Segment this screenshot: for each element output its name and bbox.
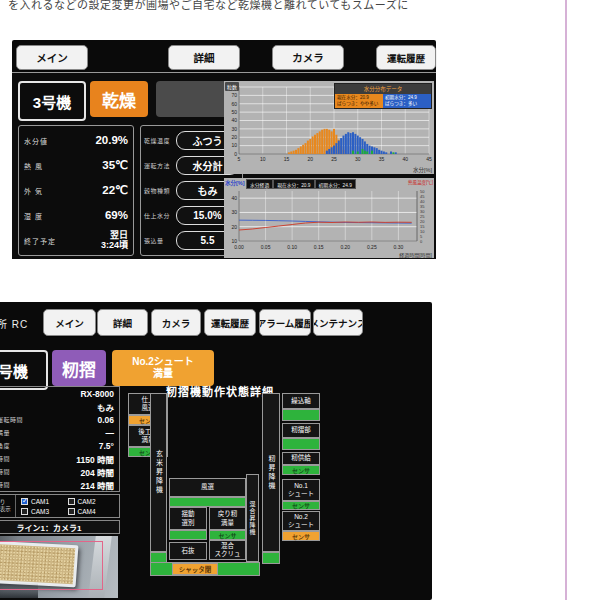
unit-number-badge: 号機 xyxy=(0,350,48,390)
svg-text:10: 10 xyxy=(231,238,237,244)
stat-value: 69% xyxy=(105,209,128,222)
elevator-paddy: 籾昇降機 xyxy=(262,393,280,552)
stat-label: 終了予定 xyxy=(24,236,56,246)
info-value: 1150 時間 xyxy=(76,453,114,465)
tab-alarm-history[interactable]: アラーム履歴 xyxy=(259,309,311,336)
sensor-paddy-supply: センサ xyxy=(282,465,320,475)
info-row-auto-run-time: 自動運転時間 0.06 xyxy=(0,413,119,426)
checkbox-icon[interactable] xyxy=(68,508,75,515)
svg-text:45: 45 xyxy=(426,156,432,162)
svg-text:20: 20 xyxy=(231,224,237,230)
svg-text:30: 30 xyxy=(231,126,237,132)
checkbox-icon[interactable] xyxy=(68,498,75,505)
tab-main[interactable]: メイン xyxy=(43,309,96,336)
stat-hot-air: 熱 風 35℃ xyxy=(24,153,128,178)
dryer-main-area: 3号機 乾燥 水分値 20.9% 熱 風 35℃ 外 気 22℃ 湿 度 69%… xyxy=(12,72,436,259)
svg-text:5: 5 xyxy=(420,234,423,239)
info-row-operating-hours: 稼動時間 204 時間 xyxy=(0,465,119,478)
svg-text:40: 40 xyxy=(420,199,425,204)
trend-header-current: 現在水分：20.9 xyxy=(273,179,314,189)
stat-label: 外 気 xyxy=(24,186,43,196)
svg-text:0.25: 0.25 xyxy=(367,244,377,250)
cell-chute-1: No.1 シュート xyxy=(282,479,320,501)
cell-mix-screw: 混合 スクリュ xyxy=(209,540,246,560)
info-value: 7.5° xyxy=(99,441,114,451)
cell-hulling-section: 籾摺部 xyxy=(282,423,320,438)
svg-text:25: 25 xyxy=(331,156,337,162)
info-row-run-hours: 運転時間 214 時間 xyxy=(0,478,119,491)
cam3-checkbox[interactable]: CAM3 xyxy=(21,508,68,515)
setting-label: 乾燥温度 xyxy=(144,136,174,145)
stat-value: 20.9% xyxy=(95,134,128,147)
svg-text:20: 20 xyxy=(307,156,313,162)
tab-maintenance[interactable]: メンテナンス xyxy=(313,309,363,336)
svg-text:30: 30 xyxy=(420,209,425,214)
sensor-chute-1: センサ xyxy=(282,501,320,510)
empty-status-box xyxy=(156,81,228,117)
shutter-closed-badge: シャッタ閉 xyxy=(172,563,218,575)
setting-label: 穀物種類 xyxy=(144,186,174,195)
legend-title: 水分分布データ xyxy=(335,84,431,94)
setting-label: 運転方法 xyxy=(144,161,174,170)
checkbox-icon[interactable] xyxy=(21,508,28,515)
svg-text:20: 20 xyxy=(420,219,425,224)
checkbox-icon[interactable] xyxy=(21,498,28,505)
trend-header-title: 水分経過 xyxy=(246,179,273,189)
cam-label: CAM2 xyxy=(78,498,96,505)
stat-label: 湿 度 xyxy=(24,211,43,221)
svg-text:30: 30 xyxy=(231,209,237,215)
cell-destoner: 石抜 xyxy=(169,542,207,560)
setting-label: 仕上水分 xyxy=(144,211,174,220)
elevator-brown-rice: 玄米昇降機 xyxy=(150,393,167,552)
trend-ylabel-left: 水分[%] xyxy=(225,179,245,187)
svg-text:10: 10 xyxy=(260,156,266,162)
intake-status-bar xyxy=(282,409,320,421)
svg-text:35: 35 xyxy=(420,204,425,209)
location-label: 場所 RC xyxy=(0,316,28,331)
tab-camera[interactable]: カメラ xyxy=(272,45,344,70)
histogram-legend: 水分分布データ 現在水分：20.9 ばらつき：やや多い 初期水分：24.9 ばら… xyxy=(334,83,432,109)
tab-run-history[interactable]: 運転履歴 xyxy=(204,309,256,336)
elevator-paddy-status xyxy=(262,552,280,564)
svg-text:0: 0 xyxy=(420,239,423,244)
tab-detail[interactable]: 詳細 xyxy=(97,309,148,336)
shake-sorter-status-bar xyxy=(169,530,207,540)
moisture-trend-chart: 水分[%] 熱風温度[℃] 水分経過 現在水分：20.9 初期水分：24.9 0… xyxy=(224,178,434,258)
cell-paddy-supply: 籾供給 xyxy=(282,452,320,465)
info-label: 自動運転時間 xyxy=(0,415,23,424)
info-label: 稼動時間 xyxy=(0,467,10,476)
stat-value: 22℃ xyxy=(102,184,128,197)
cam1-checkbox[interactable]: CAM1 xyxy=(21,498,68,505)
hulling-status-bar xyxy=(282,438,320,450)
cam-label: CAM4 xyxy=(78,508,96,515)
trend-header-initial: 初期水分：24.9 xyxy=(315,179,356,189)
info-row-power-hours: 通電時間 1150 時間 xyxy=(0,452,119,465)
trend-ylabel-right: 熱風温度[℃] xyxy=(408,179,433,185)
tab-run-history[interactable]: 運転履歴 xyxy=(376,45,436,70)
svg-text:0.10: 0.10 xyxy=(287,244,297,250)
tab-main[interactable]: メイン xyxy=(16,45,88,70)
histogram-xlabel: 水分[%] xyxy=(413,166,432,174)
unit-number-badge: 3号機 xyxy=(18,81,86,121)
mode-badge-hulling: 籾摺 xyxy=(52,350,106,386)
cam4-checkbox[interactable]: CAM4 xyxy=(68,508,115,515)
cam2-checkbox[interactable]: CAM2 xyxy=(68,498,115,505)
svg-text:0.05: 0.05 xyxy=(261,244,271,250)
info-row-full-status: 玄米満量 ― xyxy=(0,426,119,439)
page-edge-line xyxy=(565,0,567,600)
svg-text:0.30: 0.30 xyxy=(394,244,404,250)
stat-humidity: 湿 度 69% xyxy=(24,203,128,228)
svg-text:10: 10 xyxy=(231,142,237,148)
page-caption: を入れるなどの設定変更が圃場やご自宅など乾燥機と離れていてもスムーズに xyxy=(8,0,409,12)
svg-text:0.15: 0.15 xyxy=(314,244,324,250)
svg-text:0.00: 0.00 xyxy=(234,244,244,250)
svg-text:35: 35 xyxy=(379,156,385,162)
svg-text:20: 20 xyxy=(231,134,237,140)
cam-label: CAM1 xyxy=(31,498,49,505)
info-value: 0.06 xyxy=(97,415,114,425)
svg-text:10: 10 xyxy=(420,229,425,234)
tab-camera[interactable]: カメラ xyxy=(151,309,201,336)
info-value: ― xyxy=(106,428,115,438)
stat-value: 35℃ xyxy=(102,159,128,172)
tab-detail[interactable]: 詳細 xyxy=(168,45,240,70)
